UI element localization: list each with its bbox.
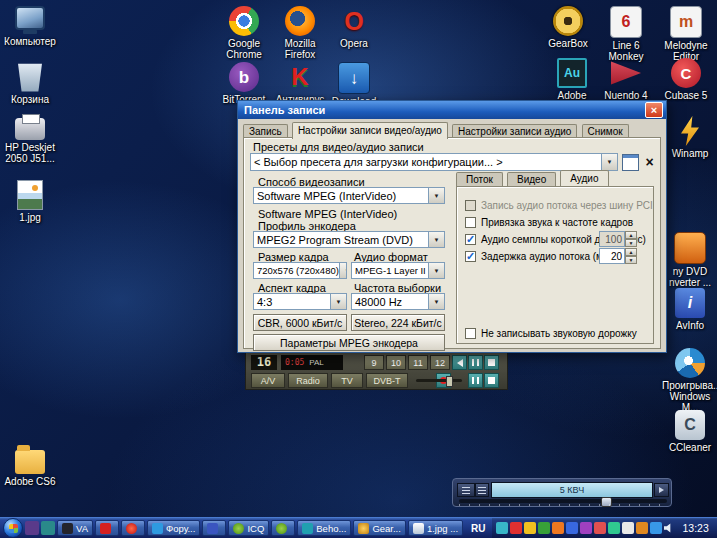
desktop-icon-line6-monkey[interactable]: 6 Line 6 Monkey bbox=[598, 6, 654, 62]
checkbox-audio-sync[interactable]: Привязка звука к частоте кадров bbox=[465, 216, 633, 228]
menu-button[interactable] bbox=[457, 483, 475, 497]
stop-button[interactable] bbox=[484, 355, 499, 370]
chevron-down-icon[interactable]: ▼ bbox=[428, 232, 444, 247]
titlebar[interactable]: Панель записи × bbox=[238, 101, 666, 119]
checkbox-no-audio-track[interactable]: Не записывать звуковую дорожку bbox=[465, 327, 637, 339]
spin-down-icon[interactable]: ▼ bbox=[625, 256, 637, 264]
channel-button-9[interactable]: 9 bbox=[364, 355, 384, 370]
audio-delay-spinner[interactable]: 20 ▲ ▼ bbox=[599, 248, 637, 264]
chevron-down-icon[interactable]: ▼ bbox=[601, 154, 617, 170]
channel-button-11[interactable]: 11 bbox=[408, 355, 428, 370]
chevron-down-icon[interactable]: ▼ bbox=[428, 263, 444, 278]
eq-button[interactable] bbox=[475, 483, 489, 497]
task-button-behold[interactable]: Beho... bbox=[297, 520, 351, 536]
tab-stream[interactable]: Поток bbox=[456, 172, 503, 186]
desktop-icon-firefox[interactable]: Mozilla Firefox bbox=[272, 6, 328, 60]
task-button-1jpg[interactable]: 1.jpg ... bbox=[408, 520, 463, 536]
chevron-down-icon[interactable]: ▼ bbox=[330, 294, 346, 309]
desktop-icon-bittorrent[interactable]: b BitTorrent bbox=[216, 62, 272, 105]
chevron-down-icon[interactable]: ▼ bbox=[428, 188, 444, 203]
desktop-icon-hp-printer[interactable]: HP Deskjet 2050 J51... bbox=[2, 118, 58, 164]
frame-size-combobox[interactable]: 720x576 (720x480) ▼ bbox=[253, 262, 347, 279]
task-button-icq2[interactable] bbox=[271, 520, 295, 536]
audio-bitrate-button[interactable]: Stereo, 224 кБит/с bbox=[351, 314, 445, 331]
aspect-combobox[interactable]: 4:3 ▼ bbox=[253, 293, 347, 310]
checkbox-box[interactable]: ✓ bbox=[465, 234, 476, 245]
encoder-profile-combobox[interactable]: MPEG2 Program Stream (DVD) ▼ bbox=[253, 231, 445, 248]
tray-icon[interactable] bbox=[580, 522, 592, 534]
tab-video-audio-settings[interactable]: Настройки записи видео/аудио bbox=[292, 122, 448, 139]
chevron-down-icon[interactable]: ▼ bbox=[339, 263, 347, 278]
checkbox-box[interactable]: ✓ bbox=[465, 251, 476, 262]
desktop-icon-nuendo[interactable]: Nuendo 4 bbox=[598, 58, 654, 101]
radio-mode-button[interactable]: Radio bbox=[288, 373, 328, 388]
task-button-va[interactable]: VA bbox=[57, 520, 93, 536]
language-indicator[interactable]: RU bbox=[467, 523, 489, 534]
quick-launch-icon-2[interactable] bbox=[41, 521, 55, 535]
task-button-red-app[interactable] bbox=[95, 520, 119, 536]
channel-button-10[interactable]: 10 bbox=[386, 355, 406, 370]
dvbt-mode-button[interactable]: DVB-T bbox=[366, 373, 408, 388]
mpeg-params-button[interactable]: Параметры MPEG энкодера bbox=[253, 334, 445, 351]
tray-icon[interactable] bbox=[622, 522, 634, 534]
checkbox-audio-delay[interactable]: ✓ Задержка аудио потока (мс) bbox=[465, 250, 611, 262]
desktop-icon-cubase[interactable]: C Cubase 5 bbox=[656, 58, 716, 101]
speaker-icon[interactable] bbox=[664, 523, 675, 534]
video-method-combobox[interactable]: Software MPEG (InterVideo) ▼ bbox=[253, 187, 445, 204]
previous-button[interactable] bbox=[452, 355, 467, 370]
desktop-icon-avinfo[interactable]: i AvInfo bbox=[662, 288, 717, 331]
desktop-icon-adobe-audition[interactable]: Au Adobe bbox=[544, 58, 600, 101]
desktop-icon-winamp[interactable]: Winamp bbox=[662, 116, 717, 159]
save-preset-icon[interactable] bbox=[622, 154, 639, 171]
audio-format-combobox[interactable]: MPEG-1 Layer II ▼ bbox=[351, 262, 445, 279]
clock[interactable]: 13:23 bbox=[677, 522, 715, 534]
delete-preset-icon[interactable]: × bbox=[642, 154, 657, 169]
slider-handle[interactable] bbox=[446, 376, 453, 387]
task-button-gearbox[interactable]: Gear... bbox=[353, 520, 406, 536]
desktop-icon-dvd-converter[interactable]: ny DVD nverter ... bbox=[662, 232, 717, 288]
mute-button[interactable] bbox=[468, 373, 483, 388]
desktop-icon-adobe-cs6[interactable]: Adobe CS6 bbox=[2, 446, 58, 487]
preset-combobox[interactable]: < Выбор пресета для загрузки конфигураци… bbox=[250, 153, 618, 171]
desktop-icon-computer[interactable]: Компьютер bbox=[2, 6, 58, 47]
tray-icon[interactable] bbox=[538, 522, 550, 534]
spin-up-icon[interactable]: ▲ bbox=[625, 231, 637, 239]
desktop-icon-melodyne[interactable]: m Melodyne Editor bbox=[656, 6, 716, 62]
tray-icon[interactable] bbox=[552, 522, 564, 534]
desktop-icon-ccleaner[interactable]: C CCleaner bbox=[662, 410, 717, 453]
spin-down-icon[interactable]: ▼ bbox=[625, 239, 637, 247]
sample-rate-combobox[interactable]: 48000 Hz ▼ bbox=[351, 293, 445, 310]
chevron-down-icon[interactable]: ▼ bbox=[428, 294, 444, 309]
task-button-icq[interactable]: ICQ bbox=[228, 520, 269, 536]
tray-icon[interactable] bbox=[524, 522, 536, 534]
player-volume-slider[interactable] bbox=[416, 379, 462, 382]
tray-icon[interactable] bbox=[608, 522, 620, 534]
tray-icon[interactable] bbox=[650, 522, 662, 534]
checkbox-box[interactable] bbox=[465, 200, 476, 211]
tray-icon[interactable] bbox=[510, 522, 522, 534]
task-button-opera[interactable] bbox=[121, 520, 145, 536]
tray-icon[interactable] bbox=[496, 522, 508, 534]
tab-audio[interactable]: Аудио bbox=[560, 170, 608, 186]
settings-button[interactable] bbox=[484, 373, 499, 388]
tray-icon[interactable] bbox=[636, 522, 648, 534]
channel-button-12[interactable]: 12 bbox=[430, 355, 450, 370]
desktop-icon-1jpg[interactable]: 1.jpg bbox=[2, 180, 58, 223]
tray-icon[interactable] bbox=[566, 522, 578, 534]
tv-mode-button[interactable]: TV bbox=[331, 373, 363, 388]
close-button[interactable]: × bbox=[645, 102, 663, 118]
desktop-icon-recycle-bin[interactable]: Корзина bbox=[2, 62, 58, 105]
desktop-icon-chrome[interactable]: Google Chrome bbox=[216, 6, 272, 60]
desktop-icon-opera[interactable]: O Opera bbox=[326, 6, 382, 49]
tray-icon[interactable] bbox=[594, 522, 606, 534]
seek-track[interactable] bbox=[459, 499, 667, 503]
spin-up-icon[interactable]: ▲ bbox=[625, 248, 637, 256]
start-button[interactable] bbox=[3, 518, 23, 538]
pause-button[interactable] bbox=[468, 355, 483, 370]
quick-launch-icon-1[interactable] bbox=[25, 521, 39, 535]
checkbox-box[interactable] bbox=[465, 328, 476, 339]
checkbox-box[interactable] bbox=[465, 217, 476, 228]
tab-video[interactable]: Видео bbox=[507, 172, 556, 186]
play-button[interactable] bbox=[654, 483, 669, 497]
task-button-forum[interactable]: Фору... bbox=[147, 520, 200, 536]
